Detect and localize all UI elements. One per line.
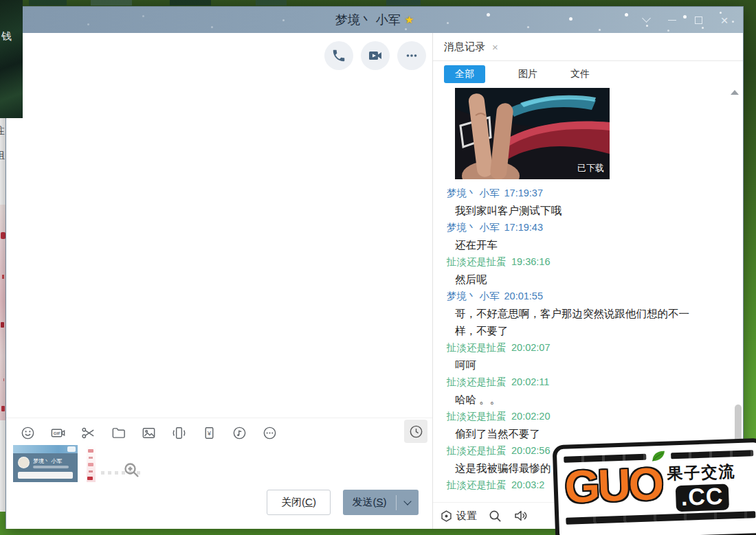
message-time: 20:02:56 bbox=[511, 445, 550, 456]
transfer-money-button[interactable]: ¥ bbox=[201, 425, 217, 441]
video-thumbnail[interactable]: 已下载 bbox=[455, 88, 610, 179]
more-tools-button[interactable] bbox=[262, 425, 278, 441]
message-sender: 梦境丶 小军 bbox=[447, 222, 500, 233]
message-text: 我到家叫客户测试下哦 bbox=[447, 202, 693, 219]
message-item: 扯淡还是扯蛋19:36:16 然后呢 bbox=[447, 253, 743, 288]
close-window-button[interactable]: × bbox=[711, 7, 737, 33]
screenshot-scissors-button[interactable] bbox=[80, 425, 96, 441]
close-chat-button[interactable]: 关闭(C) bbox=[267, 490, 331, 515]
titlebar[interactable]: 梦境丶 小军 ★ × bbox=[6, 7, 743, 33]
filter-files[interactable]: 文件 bbox=[570, 68, 590, 80]
watermark-domain: .CC bbox=[675, 484, 729, 512]
window-controls: × bbox=[633, 7, 737, 33]
filter-images[interactable]: 图片 bbox=[518, 68, 537, 80]
message-item: 梦境丶 小军17:19:37 我到家叫客户测试下哦 bbox=[447, 185, 743, 219]
background-text-fragment: 钱 bbox=[1, 30, 12, 43]
video-camera-icon bbox=[367, 47, 383, 64]
send-file-folder-button[interactable] bbox=[111, 425, 126, 441]
minimize-icon bbox=[668, 20, 676, 21]
sound-button[interactable] bbox=[513, 508, 529, 523]
message-sender: 梦境丶 小军 bbox=[447, 291, 500, 301]
message-item: 扯淡还是扯蛋20:02:11 哈哈 。。 bbox=[447, 374, 743, 408]
attachment-image-strip[interactable] bbox=[87, 445, 96, 482]
vip-star-icon: ★ bbox=[405, 14, 414, 26]
send-button[interactable]: 发送(S) bbox=[343, 490, 419, 515]
downloaded-badge: 已下载 bbox=[577, 162, 604, 174]
card-button-bar bbox=[18, 472, 73, 479]
watermark-stamp: GUO 果子交流 .CC bbox=[553, 438, 756, 535]
chevron-down-icon bbox=[403, 497, 411, 505]
send-picture-button[interactable] bbox=[141, 425, 157, 441]
zoom-in-cursor-icon bbox=[123, 462, 141, 479]
background-image-fragment: 钱 bbox=[0, 0, 23, 118]
message-time: 20:02:07 bbox=[511, 342, 550, 353]
card-avatar bbox=[18, 457, 30, 468]
scroll-up-arrow[interactable] bbox=[731, 90, 739, 95]
history-tab-bar: 消息记录 × bbox=[433, 33, 743, 61]
settings-button[interactable]: 设置 bbox=[440, 510, 477, 523]
history-filter-bar: 全部 图片 文件 bbox=[433, 61, 743, 87]
more-actions-button[interactable] bbox=[397, 41, 426, 70]
message-sender: 扯淡还是扯蛋 bbox=[447, 342, 507, 353]
maximize-button[interactable] bbox=[685, 7, 711, 33]
audio-record-button[interactable] bbox=[232, 425, 247, 441]
message-time: 20:02:11 bbox=[511, 376, 549, 387]
voice-call-button[interactable] bbox=[324, 41, 353, 70]
message-sender: 扯淡还是扯蛋 bbox=[447, 376, 507, 387]
search-icon bbox=[488, 509, 502, 523]
tab-close-icon[interactable]: × bbox=[492, 41, 498, 53]
maximize-icon bbox=[695, 16, 702, 24]
message-item: 扯淡还是扯蛋20:02:07 呵呵 bbox=[447, 339, 743, 374]
message-sender: 梦境丶 小军 bbox=[447, 187, 500, 198]
message-time: 19:36:16 bbox=[511, 256, 550, 267]
watermark-word: GUO bbox=[564, 462, 663, 509]
message-text: 还在开车 bbox=[447, 236, 693, 253]
phone-icon bbox=[331, 48, 346, 63]
message-time: 17:19:37 bbox=[504, 187, 543, 198]
chevron-down-icon bbox=[642, 14, 651, 23]
message-time: 20:02:20 bbox=[511, 411, 550, 422]
dialog-buttons: 关闭(C) 发送(S) bbox=[267, 490, 419, 515]
card-subtitle-bar bbox=[33, 466, 69, 468]
message-sender: 扯淡还是扯蛋 bbox=[447, 256, 507, 267]
svg-text:¥: ¥ bbox=[207, 429, 212, 437]
message-sender: 扯淡还是扯蛋 bbox=[447, 445, 507, 456]
message-text: 偷到了当然不要了 bbox=[447, 425, 693, 442]
ellipsis-icon bbox=[404, 48, 419, 63]
search-button[interactable] bbox=[488, 509, 502, 523]
mini-toolbar-icons bbox=[101, 471, 104, 475]
message-time: 17:19:43 bbox=[504, 222, 543, 233]
message-item: 梦境丶 小军17:19:43 还在开车 bbox=[447, 219, 743, 253]
message-text: 哥，不好意思啊，客户那边突然说跟他们想的不一样，不要了 bbox=[447, 305, 693, 339]
attachment-image[interactable]: 梦境丶 小军 bbox=[13, 445, 78, 482]
message-time: 20:03:2 bbox=[511, 479, 544, 490]
video-call-button[interactable] bbox=[361, 41, 390, 70]
message-item: 梦境丶 小军20:01:55 哥，不好意思啊，客户那边突然说跟他们想的不一样，不… bbox=[447, 288, 743, 339]
card-title: 梦境丶 小军 bbox=[33, 457, 62, 465]
filter-all[interactable]: 全部 bbox=[444, 65, 485, 83]
input-area[interactable]: 梦境丶 小军 bbox=[13, 444, 219, 485]
speaker-icon bbox=[513, 508, 529, 523]
message-sender: 扯淡还是扯蛋 bbox=[447, 411, 507, 422]
send-options-button[interactable] bbox=[397, 501, 419, 504]
card-chip bbox=[67, 446, 76, 452]
background-top-fragment bbox=[29, 0, 441, 5]
message-item: 扯淡还是扯蛋20:02:20 偷到了当然不要了 bbox=[447, 408, 743, 442]
message-text: 哈哈 。。 bbox=[447, 391, 693, 408]
message-sender: 扯淡还是扯蛋 bbox=[447, 479, 507, 490]
gif-hot-image-button[interactable]: GIF bbox=[50, 425, 66, 441]
message-text: 呵呵 bbox=[447, 356, 693, 374]
skin-menu-button[interactable] bbox=[633, 7, 659, 33]
gear-icon bbox=[440, 510, 453, 523]
window-title: 梦境丶 小军 bbox=[335, 12, 401, 28]
tab-message-history[interactable]: 消息记录 bbox=[444, 41, 485, 54]
window-shake-button[interactable] bbox=[171, 425, 187, 441]
message-text: 然后呢 bbox=[447, 271, 693, 288]
watermark-caption: 果子交流 bbox=[667, 461, 736, 484]
call-button-row bbox=[324, 41, 426, 70]
minimize-button[interactable] bbox=[659, 7, 685, 33]
message-history-button[interactable] bbox=[404, 420, 427, 443]
svg-text:GIF: GIF bbox=[54, 431, 61, 435]
emoji-button[interactable] bbox=[20, 425, 36, 441]
chat-pane: GIF ¥ bbox=[6, 33, 433, 529]
